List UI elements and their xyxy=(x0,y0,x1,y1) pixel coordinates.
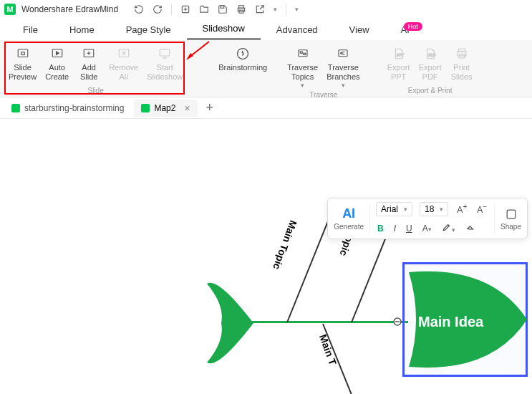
svg-line-26 xyxy=(342,52,345,53)
print-slides-icon xyxy=(455,47,468,60)
divider xyxy=(286,4,286,15)
hot-badge: Hot xyxy=(404,22,422,31)
traverse-branches-icon xyxy=(336,47,350,60)
save-icon[interactable] xyxy=(218,4,228,14)
font-size-select[interactable]: 18▾ xyxy=(420,202,448,216)
shape-icon xyxy=(504,207,518,221)
traverse-topics-button[interactable]: Traverse Topics▾ xyxy=(283,43,322,91)
print-slides-button: Print Slides xyxy=(446,43,478,83)
tab-map2[interactable]: Map2 × xyxy=(134,100,197,117)
open-icon[interactable] xyxy=(199,4,209,14)
brainstorming-icon xyxy=(236,47,250,61)
app-title: Wondershare EdrawMind xyxy=(21,4,118,14)
divider xyxy=(171,4,172,15)
ribbon-group-slide: Slide Preview Auto Create Add Slide Remo… xyxy=(4,43,187,96)
quick-actions: ▾ ▾ xyxy=(134,4,299,15)
start-slideshow-icon xyxy=(158,47,172,60)
svg-line-27 xyxy=(342,54,345,55)
divider xyxy=(369,204,370,233)
bold-button[interactable]: B xyxy=(376,222,385,235)
font-family-select[interactable]: Arial▾ xyxy=(376,202,412,216)
export-ppt-icon: PPT xyxy=(392,47,405,61)
undo-icon[interactable] xyxy=(134,4,144,14)
connector-node-icon[interactable] xyxy=(392,317,402,327)
menu-slideshow[interactable]: Slideshow xyxy=(187,19,261,40)
export-ppt-button: PPT Export PPT xyxy=(383,43,415,83)
annotation-arrow-icon xyxy=(185,40,211,62)
menu-ai[interactable]: AIHot xyxy=(385,20,438,39)
svg-rect-24 xyxy=(339,50,347,57)
underline-button[interactable]: U xyxy=(405,222,414,235)
menu-page-style[interactable]: Page Style xyxy=(110,20,187,39)
fish-tail-shape[interactable] xyxy=(203,269,275,377)
increase-font-button[interactable]: A+ xyxy=(455,201,468,216)
remove-all-button: Remove All xyxy=(105,43,142,83)
traverse-branches-button[interactable]: Traverse Branches▾ xyxy=(322,43,364,91)
highlight-button[interactable]: ▾ xyxy=(440,221,457,236)
share-caret-icon[interactable]: ▾ xyxy=(274,6,277,13)
canvas[interactable]: Main Topic in Topic Main T Main Idea AI … xyxy=(0,119,532,394)
titlebar: M Wondershare EdrawMind ▾ ▾ xyxy=(0,0,532,19)
ribbon-group-brainstorm: Brainstorming xyxy=(214,43,271,96)
export-pdf-button: PDF Export PDF xyxy=(415,43,446,83)
clear-format-button[interactable] xyxy=(464,221,477,236)
export-pdf-icon: PDF xyxy=(424,47,437,61)
redo-icon[interactable] xyxy=(153,4,163,14)
add-tab-button[interactable]: + xyxy=(200,100,220,115)
menu-home[interactable]: Home xyxy=(54,20,110,39)
svg-marker-10 xyxy=(56,52,59,55)
topic-label[interactable]: Main T xyxy=(317,333,339,367)
remove-all-icon xyxy=(117,47,131,60)
svg-rect-37 xyxy=(507,210,516,218)
ribbon: Slide Preview Auto Create Add Slide Remo… xyxy=(0,40,532,97)
svg-rect-7 xyxy=(18,49,28,57)
menu-file[interactable]: File xyxy=(7,20,54,39)
auto-create-button[interactable]: Auto Create xyxy=(41,43,73,83)
doc-tabs: starbursting-brainstorming Map2 × + xyxy=(0,97,532,119)
font-color-button[interactable]: A▾ xyxy=(421,222,433,235)
tab-starbursting[interactable]: starbursting-brainstorming xyxy=(4,100,131,116)
shape-button[interactable]: Shape xyxy=(500,207,521,231)
group-label-traverse: Traverse xyxy=(309,91,337,100)
group-label-slide: Slide xyxy=(88,87,104,96)
divider xyxy=(494,204,495,233)
svg-rect-22 xyxy=(300,52,302,53)
brainstorming-button[interactable]: Brainstorming xyxy=(214,43,271,74)
ribbon-group-export: PPT Export PPT PDF Export PDF Print Slid… xyxy=(383,43,478,96)
ribbon-group-traverse: Traverse Topics▾ Traverse Branches▾ Trav… xyxy=(283,43,364,96)
main-idea-label: Main Idea xyxy=(418,314,483,330)
app-logo: M xyxy=(4,4,16,15)
traverse-topics-icon xyxy=(296,47,310,60)
menu-view[interactable]: View xyxy=(334,20,385,39)
close-icon[interactable]: × xyxy=(184,102,190,114)
svg-rect-23 xyxy=(303,53,305,54)
svg-text:PPT: PPT xyxy=(397,53,405,57)
group-label-export: Export & Print xyxy=(408,87,453,96)
start-slideshow-button: Start Slideshow xyxy=(142,43,187,83)
doc-icon xyxy=(11,104,20,112)
slide-preview-button[interactable]: Slide Preview xyxy=(4,43,41,83)
print-icon[interactable] xyxy=(236,4,246,14)
decrease-font-button[interactable]: A− xyxy=(475,201,488,216)
svg-rect-8 xyxy=(21,52,24,55)
doc-icon xyxy=(141,104,150,112)
svg-text:PDF: PDF xyxy=(428,53,436,57)
ai-icon: AI xyxy=(342,206,355,221)
floating-toolbar: AI Generate Arial▾ 18▾ A+ A− B I U A▾ ▾ … xyxy=(327,198,528,239)
topic-label[interactable]: Main Topic xyxy=(271,218,299,271)
ai-generate-button[interactable]: AI Generate xyxy=(334,206,364,231)
svg-rect-17 xyxy=(160,49,170,56)
highlighter-icon xyxy=(442,222,452,232)
more-caret-icon[interactable]: ▾ xyxy=(295,6,299,13)
italic-button[interactable]: I xyxy=(392,222,397,235)
new-icon[interactable] xyxy=(180,4,190,14)
add-slide-icon xyxy=(82,47,96,60)
menu-advanced[interactable]: Advanced xyxy=(261,20,334,39)
share-icon[interactable] xyxy=(255,4,265,14)
svg-rect-3 xyxy=(221,6,224,9)
add-slide-button[interactable]: Add Slide xyxy=(73,43,105,83)
eraser-icon xyxy=(465,222,475,232)
slide-preview-icon xyxy=(16,47,30,60)
auto-create-icon xyxy=(50,47,64,60)
menubar: File Home Page Style Slideshow Advanced … xyxy=(0,19,532,40)
